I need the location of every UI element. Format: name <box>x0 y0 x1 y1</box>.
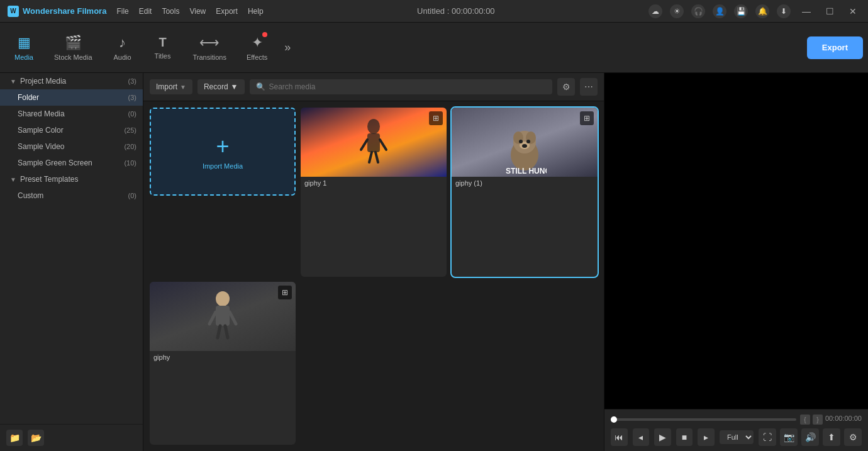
preset-templates-item[interactable]: ▼ Preset Templates <box>0 171 143 187</box>
filter-button[interactable]: ⚙ <box>557 78 575 96</box>
effects-tool-button[interactable]: ✦ Effects <box>238 26 276 70</box>
svg-text:STILL HUNGRY: STILL HUNGRY <box>506 167 547 175</box>
settings-button[interactable]: ⚙ <box>844 428 862 446</box>
import-button[interactable]: Import ▼ <box>150 79 192 94</box>
import-media-label: Import Media <box>203 162 243 170</box>
svg-point-15 <box>216 291 230 306</box>
transitions-tool-label: Transitions <box>193 53 226 61</box>
sample-green-screen-item[interactable]: Sample Green Screen (10) <box>0 155 143 171</box>
sample-color-label: Sample Color <box>18 126 64 135</box>
preview-progress: { } 00:00:00:00 <box>611 415 862 425</box>
toolbar-more-button[interactable]: » <box>279 29 296 67</box>
frame-forward-button[interactable]: ▸ <box>698 428 715 446</box>
svg-line-19 <box>218 326 220 338</box>
giphy-3-label: giphy <box>150 351 296 364</box>
project-media-section: ▼ Project Media (3) Folder (3) Shared Me… <box>0 73 143 171</box>
quality-select[interactable]: Full 1/2 1/4 <box>720 430 754 444</box>
titles-tool-wrapper: T Titles <box>144 26 182 70</box>
delete-folder-button[interactable]: 📂 <box>28 430 44 446</box>
giphy-2-grid-icon: ⊞ <box>580 111 594 125</box>
out-point-button[interactable]: } <box>813 415 823 425</box>
avatar-icon[interactable]: 👤 <box>713 4 726 18</box>
folder-item[interactable]: Folder (3) <box>0 89 143 106</box>
svg-rect-16 <box>216 306 230 326</box>
stock-media-tool-button[interactable]: 🎬 Stock Media <box>45 26 101 70</box>
audio-tool-label: Audio <box>113 53 131 61</box>
new-folder-button[interactable]: 📁 <box>6 430 23 446</box>
giphy-1-card[interactable]: ⊞ giphy 1 <box>301 108 447 277</box>
app-name: Wondershare Filmora <box>23 6 106 16</box>
svg-line-2 <box>361 140 367 150</box>
custom-item[interactable]: Custom (0) <box>0 187 143 204</box>
menu-file[interactable]: File <box>116 7 128 16</box>
preset-templates-section: ▼ Preset Templates Custom (0) <box>0 171 143 204</box>
titles-tool-button[interactable]: T Titles <box>144 26 182 70</box>
menu-help[interactable]: Help <box>248 7 264 16</box>
media-grid: + Import Media ⊞ giphy 1 <box>143 101 604 451</box>
fullscreen-button[interactable]: ⛶ <box>759 428 776 446</box>
menu-tools[interactable]: Tools <box>162 7 179 16</box>
transitions-tool-wrapper: ⟷ Transitions <box>184 26 235 70</box>
preview-progress-bar[interactable] <box>611 418 796 421</box>
search-box: 🔍 <box>250 79 553 94</box>
skip-back-button[interactable]: ⏮ <box>611 428 628 446</box>
custom-label: Custom <box>18 191 43 200</box>
maximize-button[interactable]: ☐ <box>822 5 838 18</box>
download-icon[interactable]: ⬇ <box>777 4 791 18</box>
import-dropdown-arrow: ▼ <box>180 84 186 91</box>
titlebar-right: ☁ ☀ 🎧 👤 💾 🔔 ⬇ — ☐ ✕ <box>648 4 860 18</box>
preview-progress-handle[interactable] <box>611 416 617 423</box>
titles-tool-label: Titles <box>155 52 171 60</box>
media-tool-wrapper: ▦ Media <box>5 26 43 70</box>
left-panel: ▼ Project Media (3) Folder (3) Shared Me… <box>0 73 143 451</box>
volume-button[interactable]: 🔊 <box>801 428 819 446</box>
minimize-button[interactable]: — <box>798 5 815 18</box>
toolbar: ▦ Media 🎬 Stock Media ♪ Audio T Titles ⟷… <box>0 23 868 73</box>
sample-video-label: Sample Video <box>18 142 65 151</box>
notification-icon[interactable]: 🔔 <box>755 4 769 18</box>
sun-icon[interactable]: ☀ <box>670 4 684 18</box>
preview-timecode: 00:00:00:00 <box>825 415 862 425</box>
record-label: Record <box>204 82 228 91</box>
search-input[interactable] <box>269 82 547 91</box>
project-media-item[interactable]: ▼ Project Media (3) <box>0 73 143 89</box>
shared-media-label: Shared Media <box>18 109 65 118</box>
svg-point-13 <box>522 144 527 148</box>
in-point-button[interactable]: { <box>800 415 810 425</box>
sample-color-item[interactable]: Sample Color (25) <box>0 122 143 138</box>
screenshot-button[interactable]: 📷 <box>780 428 798 446</box>
import-plus-icon: + <box>216 133 229 160</box>
headphone-icon[interactable]: 🎧 <box>691 4 705 18</box>
project-media-label: Project Media <box>20 77 66 86</box>
record-button[interactable]: Record ▼ <box>198 79 245 94</box>
giphy-2-card[interactable]: STILL HUNGRY ⊞ giphy (1) <box>452 108 598 277</box>
record-dropdown-arrow: ▼ <box>231 82 238 91</box>
sample-video-item[interactable]: Sample Video (20) <box>0 138 143 155</box>
menu-export[interactable]: Export <box>216 7 238 16</box>
save-icon[interactable]: 💾 <box>734 4 748 18</box>
custom-count: (0) <box>118 192 136 199</box>
grid-view-button[interactable]: ⋯ <box>580 78 598 96</box>
svg-rect-1 <box>367 133 380 152</box>
frame-back-button[interactable]: ◂ <box>633 428 650 446</box>
media-tool-button[interactable]: ▦ Media <box>5 26 43 70</box>
stock-media-tool-wrapper: 🎬 Stock Media <box>45 26 101 70</box>
close-button[interactable]: ✕ <box>845 5 860 18</box>
giphy-2-thumb: STILL HUNGRY ⊞ <box>452 108 598 177</box>
menu-edit[interactable]: Edit <box>139 7 152 16</box>
import-media-card[interactable]: + Import Media <box>150 108 296 196</box>
main-layout: ▼ Project Media (3) Folder (3) Shared Me… <box>0 73 868 451</box>
preview-controls: { } 00:00:00:00 ⏮ ◂ ▶ ■ ▸ Full 1/2 1/4 ⛶ <box>604 409 868 451</box>
export-frame-button[interactable]: ⬆ <box>823 428 840 446</box>
shared-media-item[interactable]: Shared Media (0) <box>0 106 143 122</box>
cloud-icon[interactable]: ☁ <box>648 4 662 18</box>
giphy-2-label: giphy (1) <box>452 177 598 189</box>
transitions-tool-button[interactable]: ⟷ Transitions <box>184 26 235 70</box>
audio-tool-button[interactable]: ♪ Audio <box>104 26 142 70</box>
export-button[interactable]: Export <box>807 36 863 59</box>
titlebar: W Wondershare Filmora File Edit Tools Vi… <box>0 0 868 23</box>
play-button[interactable]: ▶ <box>654 428 671 446</box>
menu-view[interactable]: View <box>189 7 206 16</box>
stop-button[interactable]: ■ <box>676 428 693 446</box>
giphy-3-card[interactable]: ⊞ giphy <box>150 282 296 445</box>
